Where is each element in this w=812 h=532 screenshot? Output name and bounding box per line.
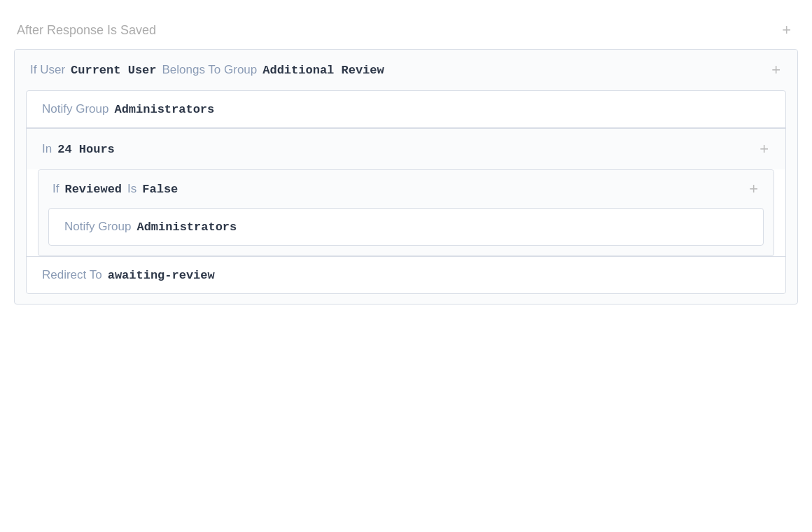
condition1-inner: If User Current User Belongs To Group Ad… — [30, 63, 384, 77]
is-label: Is — [127, 182, 136, 196]
level2-container: Notify Group Administrators In 24 Hours … — [26, 90, 786, 294]
page-title: After Response Is Saved — [17, 23, 156, 38]
notify1-label: Notify Group — [42, 102, 108, 116]
condition1-row: If User Current User Belongs To Group Ad… — [15, 50, 797, 90]
notify1-value: Administrators — [114, 103, 214, 116]
if-reviewed-if-label: If — [52, 182, 59, 196]
if-reviewed-row: If Reviewed Is False + — [38, 170, 774, 208]
if-user-label: If User — [30, 63, 65, 77]
in-hours-inner: In 24 Hours — [42, 142, 115, 156]
page-container: After Response Is Saved + If User Curren… — [14, 14, 798, 304]
level1-container: If User Current User Belongs To Group Ad… — [14, 49, 798, 304]
notify2-row: Notify Group Administrators — [49, 209, 763, 245]
reviewed-value: Reviewed — [64, 183, 122, 196]
notify1-row: Notify Group Administrators — [27, 91, 785, 128]
in-label: In — [42, 142, 52, 156]
redirect-label: Redirect To — [42, 268, 102, 282]
condition1-add-button[interactable]: + — [767, 61, 785, 79]
if-reviewed-inner: If Reviewed Is False — [52, 182, 178, 196]
bottom-spacer — [15, 294, 797, 304]
in-hours-row: In 24 Hours + — [27, 128, 785, 169]
group-name-value: Additional Review — [262, 64, 384, 77]
level4-container: Notify Group Administrators — [48, 208, 764, 246]
hours-value: 24 Hours — [57, 143, 115, 156]
level3-container: If Reviewed Is False + Notify Group Admi… — [38, 169, 774, 256]
false-value: False — [142, 183, 178, 196]
notify2-value: Administrators — [136, 220, 237, 234]
redirect-row: Redirect To awaiting-review — [27, 256, 785, 293]
header-add-button[interactable]: + — [778, 21, 795, 39]
condition2-add-button[interactable]: + — [745, 180, 762, 198]
top-header: After Response Is Saved + — [14, 14, 798, 49]
notify2-label: Notify Group — [64, 220, 131, 234]
redirect-value: awaiting-review — [108, 269, 215, 282]
current-user-value: Current User — [71, 64, 156, 77]
belongs-to-group-label: Belongs To Group — [162, 63, 257, 77]
in-hours-add-button[interactable]: + — [755, 140, 773, 158]
